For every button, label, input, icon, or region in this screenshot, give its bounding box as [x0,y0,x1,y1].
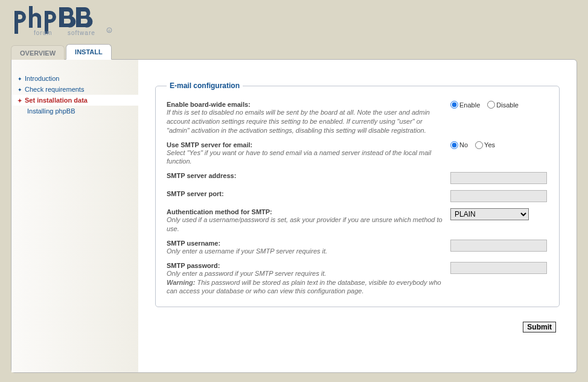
email-configuration-fieldset: E-mail configuration Enable board-wide e… [155,81,560,307]
field-hint: Select "Yes" if you want or have to send… [167,149,431,165]
smtp-pass-input[interactable] [450,262,547,274]
field-hint: If this is set to disabled no emails wil… [167,109,430,134]
tab-bar: OVERVIEW INSTALL [11,44,588,60]
sidebar-item-label: Check requirements [25,86,84,93]
tab-install[interactable]: INSTALL [66,44,112,60]
svg-text:R: R [108,29,110,33]
field-label-text: SMTP server address: [167,172,444,179]
fieldset-legend: E-mail configuration [167,81,243,90]
field-label-text: Use SMTP server for email: [167,141,444,148]
smtp-user-input[interactable] [450,240,547,252]
sidebar-item-introduction[interactable]: ✦ Introduction [11,73,138,84]
tab-overview[interactable]: OVERVIEW [11,45,65,60]
radio-no[interactable]: No [450,141,468,149]
sidebar-item-set-installation-data[interactable]: ✦ Set installation data [11,95,139,106]
submit-row: Submit [155,322,560,333]
radio-label-text: Disable [496,101,519,109]
smtp-port-input[interactable] [450,190,547,202]
radio-label-text: Enable [459,101,480,109]
svg-text:software: software [68,30,95,36]
main-panel: ✦ Introduction ✦ Check requirements ✦ Se… [11,59,577,373]
sidebar-item-label: Set installation data [25,97,88,104]
radio-enable-input[interactable] [450,101,458,109]
radio-disable-input[interactable] [487,101,495,109]
field-smtp-auth: Authentication method for SMTP: Only use… [167,208,548,234]
field-smtp-pass: SMTP password: Only enter a password if … [167,262,548,296]
bullet-icon: ✦ [18,98,22,103]
field-hint: Only enter a password if your SMTP serve… [167,270,441,295]
field-label-text: SMTP password: [167,262,444,269]
field-enable-emails: Enable board-wide emails: If this is set… [167,101,548,135]
logo: R forum software [0,0,588,43]
radio-yes-input[interactable] [475,141,483,149]
field-label-text: SMTP server port: [167,190,444,197]
content-area: E-mail configuration Enable board-wide e… [138,60,577,372]
radio-label-text: No [459,141,468,148]
smtp-auth-select[interactable]: PLAIN [450,208,529,220]
bullet-icon: ✦ [18,76,22,81]
field-use-smtp: Use SMTP server for email: Select "Yes" … [167,141,548,167]
sidebar: ✦ Introduction ✦ Check requirements ✦ Se… [11,60,138,372]
field-smtp-address: SMTP server address: [167,172,548,184]
field-label-text: Authentication method for SMTP: [167,208,444,215]
radio-no-input[interactable] [450,141,458,149]
sidebar-item-installing-phpbb[interactable]: Installing phpBB [11,106,138,116]
sidebar-item-check-requirements[interactable]: ✦ Check requirements [11,84,138,95]
radio-label-text: Yes [484,141,495,148]
radio-disable[interactable]: Disable [487,101,519,109]
smtp-address-input[interactable] [450,172,547,184]
svg-text:forum: forum [34,30,53,36]
sidebar-item-label: Introduction [25,75,59,82]
field-hint: Only enter a username if your SMTP serve… [167,247,327,255]
radio-yes[interactable]: Yes [475,141,495,149]
field-smtp-port: SMTP server port: [167,190,548,202]
field-label-text: SMTP username: [167,240,444,247]
field-label-text: Enable board-wide emails: [167,101,444,108]
bullet-icon: ✦ [18,87,22,92]
field-smtp-user: SMTP username: Only enter a username if … [167,240,548,256]
radio-enable[interactable]: Enable [450,101,480,109]
submit-button[interactable]: Submit [523,322,556,333]
field-hint: Only used if a username/password is set,… [167,216,443,232]
sidebar-item-label: Installing phpBB [27,107,75,115]
